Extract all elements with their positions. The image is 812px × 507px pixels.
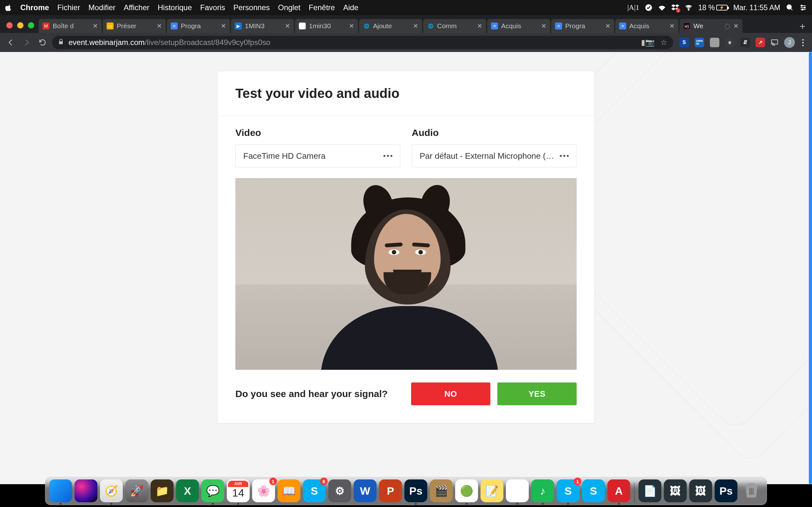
- browser-tab[interactable]: ≡Acquis✕: [487, 19, 551, 33]
- dock-app-acrobat[interactable]: A: [607, 480, 630, 502]
- browser-tab[interactable]: MBoîte d✕: [39, 19, 102, 33]
- camera-indicator-icon[interactable]: ▮📷: [641, 38, 655, 47]
- dock-app-doc1[interactable]: 📄: [639, 480, 661, 502]
- adobe-cc-status-icon[interactable]: |A| 1: [627, 3, 639, 12]
- loading-spinner-icon: ◌: [724, 22, 730, 30]
- browser-tab[interactable]: ▶1MIN3✕: [231, 19, 294, 33]
- browser-tab[interactable]: ▭Préser✕: [103, 19, 166, 33]
- dock-app-photos[interactable]: 🌸1: [252, 480, 275, 502]
- video-device-select[interactable]: FaceTime HD Camera: [235, 145, 400, 167]
- tab-close-icon[interactable]: ✕: [477, 23, 483, 29]
- dock-app-skype[interactable]: S1: [557, 480, 579, 502]
- menubar-app-name[interactable]: Chrome: [20, 3, 49, 12]
- dock-app-calendar[interactable]: AVR14: [227, 480, 250, 502]
- tab-close-icon[interactable]: ✕: [733, 23, 739, 29]
- nav-reload-button[interactable]: [36, 36, 49, 49]
- window-traffic-lights[interactable]: [3, 22, 39, 33]
- tab-close-icon[interactable]: ✕: [93, 23, 98, 29]
- dock-app-ps-doc[interactable]: Ps: [715, 480, 738, 502]
- menu-personnes[interactable]: Personnes: [234, 3, 270, 12]
- dock-app-beekeeper[interactable]: 📁: [151, 480, 173, 502]
- no-button[interactable]: NO: [411, 383, 490, 405]
- dock-app-photoshop[interactable]: Ps: [404, 480, 427, 502]
- tab-close-icon[interactable]: ✕: [669, 23, 675, 29]
- dock-app-siri[interactable]: [74, 480, 97, 502]
- tab-close-icon[interactable]: ✕: [221, 23, 226, 29]
- menubar-clock[interactable]: Mar. 11:55 AM: [733, 3, 780, 12]
- dock-app-doc2[interactable]: 🖼: [664, 480, 687, 502]
- dock-app-spotify[interactable]: ♪: [531, 480, 554, 502]
- dock-app-powerpoint[interactable]: P: [379, 480, 402, 502]
- extension-ext-grey-icon[interactable]: [710, 38, 719, 47]
- status-check-icon[interactable]: [645, 4, 653, 11]
- dock-app-excel[interactable]: X: [176, 480, 199, 502]
- dock-app-settings[interactable]: ⚙︎: [328, 480, 351, 502]
- browser-tab[interactable]: ≡Progra✕: [167, 19, 230, 33]
- extension-ext-dark-icon[interactable]: ⇵: [740, 38, 750, 47]
- tab-close-icon[interactable]: ✕: [157, 23, 162, 29]
- dock-app-finder[interactable]: [49, 480, 72, 502]
- dock-app-skype-alt[interactable]: S: [582, 480, 605, 502]
- dock-app-notes[interactable]: 🗒: [506, 480, 529, 502]
- dock-app-launchpad[interactable]: 🚀: [125, 480, 148, 502]
- menu-onglet[interactable]: Onglet: [278, 3, 300, 12]
- menu-afficher[interactable]: Afficher: [124, 3, 149, 12]
- chrome-menu-button[interactable]: [798, 39, 808, 46]
- dock-app-messages[interactable]: 💬: [201, 480, 224, 502]
- spotlight-search-icon[interactable]: [786, 4, 794, 11]
- dock-app-ibooks[interactable]: 📖: [277, 480, 300, 502]
- tab-close-icon[interactable]: ✕: [605, 23, 611, 29]
- dock-app-stickies[interactable]: 📝: [480, 480, 503, 502]
- browser-tab[interactable]: 🌐Ajoute✕: [359, 19, 422, 33]
- extension-1min30-icon[interactable]: 1MIN 30: [695, 38, 704, 47]
- window-zoom-icon[interactable]: [28, 22, 34, 29]
- new-tab-button[interactable]: ＋: [796, 20, 809, 32]
- wifi-alt-icon[interactable]: [658, 4, 666, 11]
- browser-tab[interactable]: w)We◌✕: [679, 19, 743, 33]
- menu-modifier[interactable]: Modifier: [89, 3, 115, 12]
- dock-app-safari[interactable]: 🧭: [100, 480, 123, 502]
- menu-aide[interactable]: Aide: [343, 3, 358, 12]
- browser-tab[interactable]: ≡Acquis✕: [615, 19, 679, 33]
- extension-evernote-icon[interactable]: e: [725, 38, 734, 47]
- battery-status[interactable]: 18 % ⚡: [698, 3, 727, 12]
- browser-tab[interactable]: 🌐Comm✕: [423, 19, 487, 33]
- dock-app-word[interactable]: W: [354, 480, 376, 502]
- window-close-icon[interactable]: [6, 22, 13, 29]
- nav-forward-button[interactable]: [20, 36, 33, 49]
- control-center-icon[interactable]: [799, 4, 807, 11]
- menu-fichier[interactable]: Fichier: [57, 3, 80, 12]
- bookmark-star-icon[interactable]: ☆: [660, 38, 667, 47]
- browser-tab[interactable]: 141min30✕: [295, 19, 358, 33]
- menu-historique[interactable]: Historique: [158, 3, 192, 12]
- wifi-icon[interactable]: [685, 4, 693, 11]
- dropbox-status-icon[interactable]: 1: [671, 4, 679, 11]
- window-minimize-icon[interactable]: [17, 22, 23, 29]
- tab-close-icon[interactable]: ✕: [285, 23, 290, 29]
- browser-tab[interactable]: ≡Progra✕: [551, 19, 615, 33]
- svg-rect-10: [771, 40, 778, 44]
- apple-menu-icon[interactable]: [5, 4, 12, 11]
- svg-rect-12: [751, 488, 752, 495]
- menu-fenetre[interactable]: Fenêtre: [309, 3, 335, 12]
- cast-icon[interactable]: [768, 36, 781, 49]
- tab-close-icon[interactable]: ✕: [349, 23, 354, 29]
- dock-app-chrome[interactable]: 🟢: [455, 480, 478, 502]
- dock-badge: 1: [269, 477, 277, 485]
- audio-device-select[interactable]: Par défaut - External Microphone (…: [412, 145, 577, 167]
- address-bar[interactable]: event.webinarjam.com/live/setupBroadcast…: [52, 36, 673, 49]
- dock-trash[interactable]: [740, 480, 763, 502]
- dock-app-doc3[interactable]: 🖼: [689, 480, 712, 502]
- tab-close-icon[interactable]: ✕: [413, 23, 418, 29]
- dock-app-skype2[interactable]: S8: [303, 480, 326, 502]
- menu-favoris[interactable]: Favoris: [200, 3, 225, 12]
- extension-similarweb-icon[interactable]: S: [679, 38, 689, 47]
- extension-ext-red-icon[interactable]: ↗: [756, 38, 765, 47]
- nav-back-button[interactable]: [4, 36, 17, 49]
- chrome-profile-avatar[interactable]: J: [784, 37, 795, 48]
- yes-button[interactable]: YES: [497, 383, 577, 405]
- tab-close-icon[interactable]: ✕: [541, 23, 547, 29]
- dock-app-clips[interactable]: 🎬: [430, 480, 453, 502]
- page-scrollbar[interactable]: [809, 52, 812, 484]
- video-section-label: Video: [235, 127, 400, 138]
